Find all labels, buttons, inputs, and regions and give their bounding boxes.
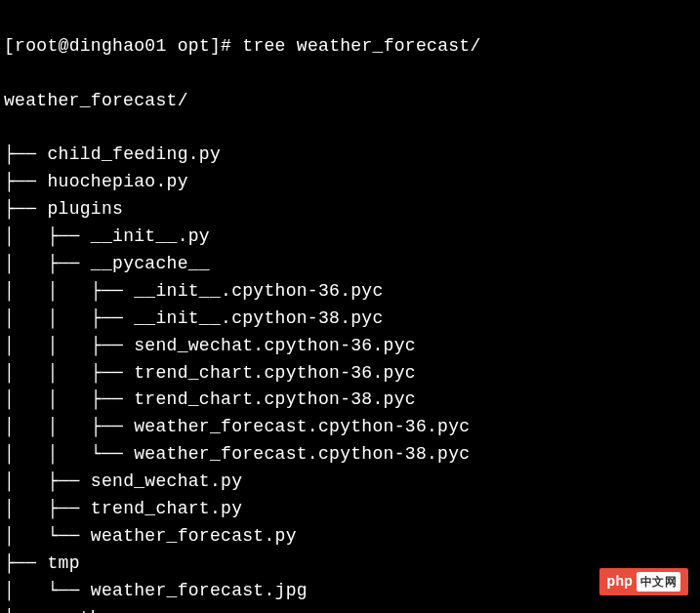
prompt-line[interactable]: [root@dinghao01 opt]# tree weather_forec…	[4, 33, 696, 61]
tree-line: │ │ ├── weather_forecast.cpython-36.pyc	[4, 414, 696, 441]
tree-line: │ │ ├── trend_chart.cpython-36.pyc	[4, 360, 696, 388]
tree-entry: weather_forecast.py	[91, 526, 297, 546]
watermark-label: php	[607, 571, 634, 593]
tree-line: │ │ └── weather_forecast.cpython-38.pyc	[4, 441, 696, 469]
watermark-cn: 中文网	[637, 572, 680, 593]
tree-prefix: │ ├──	[4, 471, 91, 491]
prompt-open: [	[4, 36, 15, 56]
tree-entry: plugins	[47, 199, 123, 219]
tree-prefix: │ ├──	[4, 254, 91, 273]
tree-entry: trend_chart.cpython-36.pyc	[134, 363, 416, 383]
tree-body: ├── child_feeding.py├── huochepiao.py├──…	[4, 142, 696, 613]
tree-prefix: │ └──	[4, 526, 91, 546]
tree-entry: child_feeding.py	[47, 144, 221, 164]
tree-entry: __pycache__	[91, 254, 210, 273]
tree-line: │ ├── trend_chart.py	[4, 496, 696, 523]
tree-line: │ ├── send_wechat.py	[4, 469, 696, 496]
prompt-symbol: #	[221, 36, 231, 56]
tree-prefix: ├──	[4, 199, 47, 219]
tree-line: ├── huochepiao.py	[4, 169, 696, 196]
tree-entry: __init__.py	[91, 226, 210, 246]
tree-prefix: │ │ └──	[4, 444, 134, 464]
tree-prefix: │ │ ├──	[4, 417, 134, 436]
tree-entry: weather_forecast.jpg	[91, 581, 308, 600]
tree-line: │ │ ├── __init__.cpython-38.pyc	[4, 306, 696, 333]
tree-prefix: │ └──	[4, 581, 91, 600]
tree-prefix: ├──	[4, 172, 47, 191]
tree-line: │ │ ├── __init__.cpython-36.pyc	[4, 278, 696, 306]
tree-line: ├── plugins	[4, 196, 696, 224]
prompt-path: opt	[178, 36, 210, 56]
command-text: tree weather_forecast/	[242, 36, 480, 56]
tree-line: └── weather.py	[4, 605, 696, 613]
tree-entry: trend_chart.py	[91, 499, 242, 518]
prompt-host: dinghao01	[69, 36, 167, 56]
tree-line: │ │ ├── trend_chart.cpython-38.pyc	[4, 387, 696, 414]
tree-prefix: │ │ ├──	[4, 308, 134, 328]
watermark-badge: php 中文网	[599, 568, 688, 595]
prompt-at: @	[59, 36, 69, 56]
tree-line: │ ├── __pycache__	[4, 251, 696, 278]
tree-line: │ ├── __init__.py	[4, 224, 696, 251]
tree-line: │ │ ├── send_wechat.cpython-36.pyc	[4, 333, 696, 360]
tree-entry: weather.py	[47, 608, 155, 613]
tree-line: │ └── weather_forecast.jpg	[4, 578, 696, 605]
tree-line: │ └── weather_forecast.py	[4, 523, 696, 551]
tree-entry: send_wechat.py	[91, 471, 242, 491]
tree-line: ├── child_feeding.py	[4, 142, 696, 169]
tree-prefix: └──	[4, 608, 47, 613]
prompt-close: ]	[210, 36, 221, 56]
tree-prefix: │ ├──	[4, 226, 91, 246]
terminal-output: [root@dinghao01 opt]# tree weather_forec…	[4, 6, 696, 613]
tree-entry: huochepiao.py	[47, 172, 187, 191]
tree-entry: tmp	[47, 553, 79, 573]
tree-prefix: ├──	[4, 553, 47, 573]
tree-entry: weather_forecast.cpython-36.pyc	[134, 417, 470, 436]
tree-prefix: │ │ ├──	[4, 336, 134, 355]
tree-entry: send_wechat.cpython-36.pyc	[134, 336, 416, 355]
tree-root: weather_forecast/	[4, 88, 696, 115]
tree-prefix: │ │ ├──	[4, 363, 134, 383]
tree-prefix: │ │ ├──	[4, 281, 134, 301]
tree-entry: __init__.cpython-36.pyc	[134, 281, 383, 301]
tree-entry: weather_forecast.cpython-38.pyc	[134, 444, 470, 464]
prompt-user: root	[15, 36, 58, 56]
tree-entry: trend_chart.cpython-38.pyc	[134, 389, 416, 409]
tree-line: ├── tmp	[4, 551, 696, 578]
tree-prefix: │ │ ├──	[4, 389, 134, 409]
tree-prefix: ├──	[4, 144, 47, 164]
tree-prefix: │ ├──	[4, 499, 91, 518]
tree-entry: __init__.cpython-38.pyc	[134, 308, 383, 328]
